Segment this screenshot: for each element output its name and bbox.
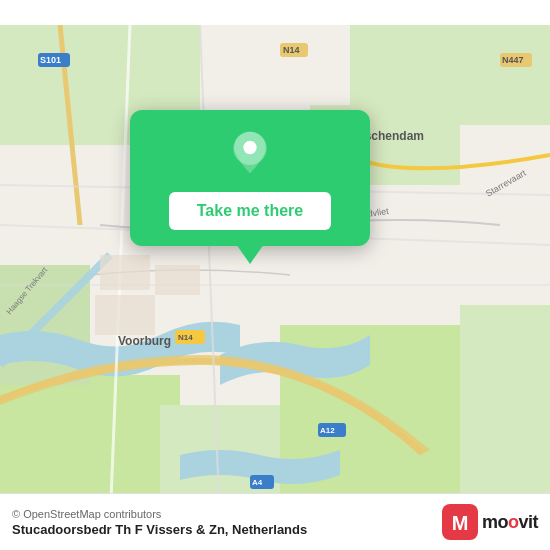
svg-text:N447: N447	[502, 55, 524, 65]
svg-point-35	[243, 141, 256, 154]
location-name: Stucadoorsbedr Th F Vissers & Zn, Nether…	[12, 522, 307, 537]
svg-text:N14: N14	[283, 45, 300, 55]
svg-rect-20	[95, 295, 155, 335]
svg-text:Voorburg: Voorburg	[118, 334, 171, 348]
osm-attribution: © OpenStreetMap contributors	[12, 508, 307, 520]
location-pin-icon	[225, 130, 275, 180]
svg-text:A12: A12	[320, 426, 335, 435]
svg-rect-22	[155, 265, 200, 295]
moovit-icon: M	[442, 504, 478, 540]
svg-text:N14: N14	[178, 333, 193, 342]
moovit-logo: M moovit	[442, 504, 538, 540]
svg-text:S101: S101	[40, 55, 61, 65]
moovit-text: moovit	[482, 512, 538, 533]
svg-rect-6	[460, 305, 550, 525]
svg-rect-21	[100, 255, 150, 290]
svg-text:M: M	[452, 512, 469, 534]
take-me-there-button[interactable]: Take me there	[169, 192, 331, 230]
popup-card: Take me there	[130, 110, 370, 246]
bottom-left-info: © OpenStreetMap contributors Stucadoorsb…	[12, 508, 307, 537]
map-background: Voorburg Leidschendam Trekvliet of Zuidv…	[0, 0, 550, 550]
bottom-bar: © OpenStreetMap contributors Stucadoorsb…	[0, 493, 550, 550]
svg-text:A4: A4	[252, 478, 263, 487]
map-container: Voorburg Leidschendam Trekvliet of Zuidv…	[0, 0, 550, 550]
